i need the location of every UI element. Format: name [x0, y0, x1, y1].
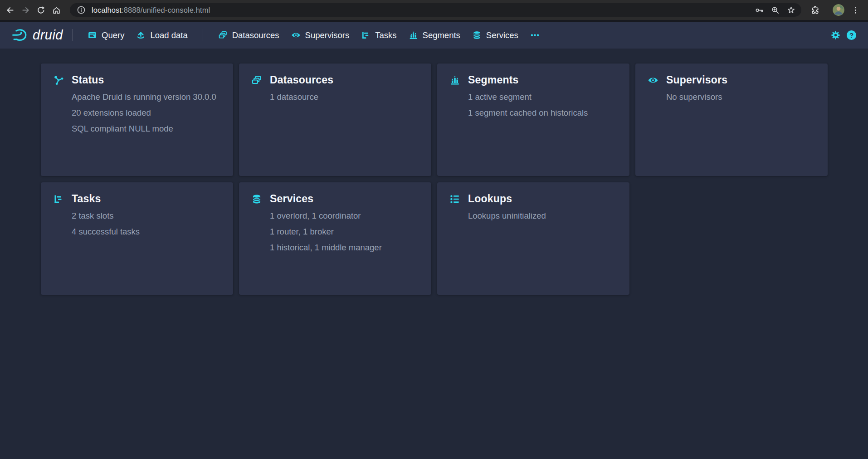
url-host: localhost — [92, 6, 122, 14]
card-detail-line: Apache Druid is running version 30.0.0 — [72, 89, 216, 105]
url-path: :8888/unified-console.html — [122, 6, 210, 14]
nav-item-segments[interactable]: Segments — [403, 27, 466, 44]
upload-icon — [136, 30, 146, 40]
eye-icon — [291, 30, 301, 40]
card-title: Tasks — [72, 193, 101, 205]
eye-icon — [648, 75, 658, 86]
card-supervisors[interactable]: Supervisors No supervisors — [635, 63, 828, 176]
card-details: Apache Druid is running version 30.0.020… — [72, 89, 216, 137]
card-lookups[interactable]: Lookups Lookups uninitialized — [437, 182, 629, 295]
nav-item-services[interactable]: Services — [466, 27, 524, 44]
reload-icon[interactable] — [34, 3, 48, 17]
nav-item-label: Supervisors — [305, 30, 350, 40]
site-info-icon[interactable] — [76, 5, 86, 15]
card-detail-line: SQL compliant NULL mode — [72, 121, 216, 137]
datasources-icon — [218, 30, 228, 40]
card-title: Datasources — [270, 74, 333, 86]
card-details: Lookups uninitialized — [468, 208, 546, 224]
nav-item-tasks[interactable]: Tasks — [355, 27, 402, 44]
card-details: 1 overlord, 1 coordinator1 router, 1 bro… — [270, 208, 382, 255]
card-detail-line: 1 historical, 1 middle manager — [270, 239, 382, 255]
card-details: 1 datasource — [270, 89, 318, 105]
url-text: localhost:8888/unified-console.html — [92, 6, 210, 15]
nav-item-supervisors[interactable]: Supervisors — [285, 27, 356, 44]
zoom-icon[interactable] — [769, 4, 781, 16]
brand-wordmark: druid — [33, 28, 63, 43]
gantt-icon — [361, 30, 371, 40]
menu-kebab-icon[interactable] — [848, 3, 863, 17]
nav-item-label: Services — [486, 30, 518, 40]
bar-chart-icon — [409, 30, 418, 40]
gantt-icon — [53, 194, 64, 205]
url-bar[interactable]: localhost:8888/unified-console.html — [70, 3, 801, 17]
card-detail-line: 1 router, 1 broker — [270, 224, 382, 239]
query-icon — [88, 30, 97, 40]
nav-item-more[interactable] — [524, 27, 546, 44]
druid-logo-icon — [12, 28, 29, 42]
help-icon[interactable]: ? — [847, 30, 856, 40]
navbar-divider — [72, 29, 73, 41]
settings-gear-icon[interactable] — [829, 29, 842, 42]
card-title: Services — [270, 193, 313, 205]
card-detail-line: 1 overlord, 1 coordinator — [270, 208, 382, 224]
toolbar-divider — [827, 5, 827, 15]
card-detail-line: 1 segment cached on historicals — [468, 105, 588, 121]
database-icon — [472, 30, 482, 40]
card-datasources[interactable]: Datasources 1 datasource — [239, 63, 431, 176]
help-glyph: ? — [849, 31, 853, 39]
home-view: Status Apache Druid is running version 3… — [0, 49, 868, 295]
card-services[interactable]: Services 1 overlord, 1 coordinator1 rout… — [239, 182, 431, 295]
nav-item-datasources[interactable]: Datasources — [212, 27, 285, 44]
nav-item-label: Load data — [150, 30, 187, 40]
datasources-icon — [251, 75, 262, 86]
extensions-icon[interactable] — [808, 3, 822, 17]
more-icon — [530, 30, 540, 40]
graph-icon — [53, 75, 64, 86]
card-tasks[interactable]: Tasks 2 task slots4 successful tasks — [41, 182, 233, 295]
nav-item-load-data[interactable]: Load data — [130, 27, 193, 44]
druid-navbar: druid QueryLoad dataDatasourcesSuperviso… — [0, 20, 868, 49]
card-details: No supervisors — [666, 89, 722, 105]
card-detail-line: No supervisors — [666, 89, 722, 105]
card-detail-line: Lookups uninitialized — [468, 208, 546, 224]
card-title: Segments — [468, 74, 519, 86]
card-detail-line: 20 extensions loaded — [72, 105, 216, 121]
nav-item-label: Tasks — [375, 30, 396, 40]
card-title: Status — [72, 74, 104, 86]
nav-item-label: Segments — [423, 30, 460, 40]
card-segments[interactable]: Segments 1 active segment1 segment cache… — [437, 63, 629, 176]
card-title: Supervisors — [666, 74, 727, 86]
nav-item-label: Query — [102, 30, 124, 40]
bookmark-star-icon[interactable] — [785, 4, 797, 16]
list-icon — [449, 194, 460, 205]
bar-chart-icon — [449, 75, 460, 86]
card-detail-line: 1 datasource — [270, 89, 318, 105]
nav-item-label: Datasources — [232, 30, 279, 40]
back-icon[interactable] — [3, 3, 17, 17]
profile-avatar[interactable] — [833, 4, 844, 16]
nav-item-query[interactable]: Query — [82, 27, 130, 44]
card-detail-line: 4 successful tasks — [72, 224, 140, 239]
password-key-icon[interactable] — [753, 4, 765, 16]
navbar-divider — [203, 29, 203, 41]
card-details: 2 task slots4 successful tasks — [72, 208, 140, 239]
card-detail-line: 1 active segment — [468, 89, 588, 105]
home-icon[interactable] — [49, 3, 63, 17]
card-title: Lookups — [468, 193, 512, 205]
card-details: 1 active segment1 segment cached on hist… — [468, 89, 588, 121]
card-status[interactable]: Status Apache Druid is running version 3… — [41, 63, 233, 176]
database-icon — [251, 194, 262, 205]
card-detail-line: 2 task slots — [72, 208, 140, 224]
druid-logo[interactable]: druid — [12, 28, 63, 43]
forward-icon[interactable] — [18, 3, 33, 17]
browser-toolbar: localhost:8888/unified-console.html — [0, 0, 868, 20]
